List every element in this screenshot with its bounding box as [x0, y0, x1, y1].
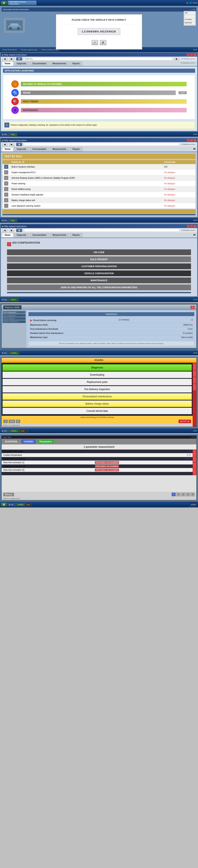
num-btn-5[interactable]: 5 [191, 493, 195, 496]
win-close-2[interactable]: ✕ [194, 53, 196, 56]
taskbar5-item2[interactable]: Planet... [10, 298, 18, 301]
launch-bar-repair[interactable]: REPAIR [21, 91, 176, 95]
param-right-btn-4[interactable] [193, 469, 196, 474]
tab-home[interactable]: Home [2, 62, 13, 66]
param-right-btn-2[interactable] [193, 457, 196, 462]
diag-right-btn-2[interactable] [193, 370, 196, 377]
num-btn-3[interactable]: 3 [181, 493, 185, 496]
taskbar7-item2[interactable]: KSARA... [10, 429, 19, 432]
sidebar-item-ds3[interactable]: DS3 configuration [2, 311, 26, 314]
table-row[interactable]: E Engine management ECU No dialogue [2, 169, 196, 175]
diag-item-consult[interactable]: Consult stored data [2, 408, 192, 414]
win-maximize-4[interactable]: □ [190, 225, 193, 228]
diag-item-battery[interactable]: Battery charge status [2, 400, 192, 407]
tab-documentation[interactable]: Documentation [30, 62, 49, 66]
tab3-home[interactable]: Home [2, 147, 13, 151]
back-btn-3[interactable]: ◀ [2, 143, 7, 146]
bottom-task-1[interactable]: ⊞ Info... [8, 503, 16, 506]
diag-item-predelivery[interactable]: Pre-Delivery Inspection [2, 386, 192, 393]
sidebar-item-bsi[interactable]: BSI configuration [2, 314, 26, 317]
checkmark-btn[interactable]: √ [3, 420, 8, 423]
memory-button[interactable]: Memory [3, 493, 14, 496]
address-bar-3[interactable] [24, 143, 180, 146]
tab4-documentation[interactable]: Documentation [30, 233, 49, 237]
taskbar2-item1[interactable]: Citroen DS3 (all) (F) [1, 48, 18, 51]
tab3-documentation[interactable]: Documentation [30, 147, 49, 151]
table-row[interactable]: L Lane departure warning system No dialo… [2, 203, 196, 209]
param-right-btn-3[interactable] [193, 463, 196, 468]
taskbar6-item1[interactable]: ⊞ Info... [1, 351, 9, 354]
tab-scantool[interactable]: SCANTOOL [2, 439, 21, 444]
taskbar3-item2[interactable]: Diag... [10, 133, 17, 136]
forward-btn-2[interactable]: ▶ [9, 57, 14, 61]
back-btn-4[interactable]: ◀ [2, 228, 7, 232]
zero-btn[interactable]: 0 [16, 420, 21, 423]
v0-btn[interactable]: V 0 [9, 420, 15, 423]
address-bar-4[interactable] [24, 229, 180, 232]
tab4-diagnostic[interactable]: Diagnostic [14, 233, 29, 237]
win-maximize-2[interactable]: □ [190, 53, 193, 56]
table-row[interactable]: D Diesel additive pump No dialogue [2, 186, 196, 192]
go-btn-2[interactable]: ▶ [174, 57, 180, 61]
win-maximize-3[interactable]: □ [190, 139, 193, 142]
num-btn-1[interactable]: 1 [171, 493, 176, 496]
vin-cancel-button[interactable]: ✗ [100, 40, 106, 45]
table-row[interactable]: B Battery charge status unit No dialogue [2, 197, 196, 203]
diag-item-diagnosis[interactable]: Diagnosis [2, 364, 192, 371]
address-bar-2[interactable] [24, 57, 172, 60]
taskbar3-item1[interactable]: ⊞ Info... [1, 133, 9, 136]
diag-item-personalised[interactable]: Personalised maintenance [2, 393, 192, 400]
win-close-3[interactable]: ✕ [194, 139, 196, 142]
tab4-reports[interactable]: Reports [70, 233, 82, 237]
num-btn-4[interactable]: 4 [186, 493, 190, 496]
start-button[interactable]: ⊞ [1, 1, 7, 5]
exit-button[interactable]: ⊠ EXIT ⊠ [179, 420, 191, 423]
forward-btn-3[interactable]: ▶ [9, 143, 14, 146]
diag-item-replacement[interactable]: Replacement parts [2, 379, 192, 385]
taskbar7-item1[interactable]: ⊞ Info... [1, 429, 9, 432]
vin-ok-button[interactable]: ✓ [92, 40, 98, 45]
bsi-btn-maintenance[interactable]: MAINTENANCE [7, 278, 191, 283]
win-minimize-2[interactable]: _ [187, 53, 190, 56]
tab4-measurements[interactable]: Measurements [50, 233, 69, 237]
bottom-task-3[interactable]: Scan [25, 503, 31, 506]
diag-right-btn-4[interactable] [193, 384, 196, 390]
param-right-btn-1[interactable] [193, 450, 196, 456]
home-btn-2[interactable]: 🏠 [16, 57, 22, 61]
tab4-home[interactable]: Home [2, 233, 13, 237]
win-minimize-3[interactable]: _ [187, 139, 190, 142]
bsi-btn-vehicle[interactable]: VEHICLE CONFIGURATION [7, 271, 191, 276]
bsi-btn-eula[interactable]: EULA PRESENT [7, 256, 191, 262]
tab3-diagnostic[interactable]: Diagnostic [14, 147, 29, 151]
launch-bar-maint[interactable]: MAINTENANCE [21, 108, 187, 113]
tab-parameters[interactable]: Parameters [37, 439, 54, 444]
launch-bar-fault[interactable]: FAULT FINDING [21, 99, 187, 104]
num-btn-2[interactable]: 2 [176, 493, 181, 496]
table-row[interactable]: P Power steering No dialogue [2, 181, 196, 186]
table-row[interactable]: B Built-in Systems Interface BSI [2, 164, 196, 169]
diag-right-btn-3[interactable] [193, 377, 196, 383]
table-row[interactable]: H Dynamic headlamp height adjuster No di… [2, 192, 196, 197]
tab3-measurements[interactable]: Measurements [50, 147, 69, 151]
bottom-task-2[interactable]: KSARA [16, 503, 25, 506]
forward-btn-4[interactable]: ▶ [9, 228, 14, 232]
tab-diagnostic[interactable]: Diagnostic [14, 62, 29, 66]
table-row[interactable]: A Anti-lock Braking System (ABS) or Elec… [2, 175, 196, 181]
sidebar-item-engine[interactable]: Engine management [2, 320, 26, 323]
bsi-btn-vin[interactable]: VIN CODE [7, 249, 191, 255]
tab-measurements[interactable]: Measurements [50, 62, 69, 66]
diag-right-btn-1[interactable] [193, 364, 196, 370]
sidebar-item-built[interactable]: Built-in systems [2, 317, 26, 320]
tab-reports[interactable]: Reports [70, 62, 82, 66]
tab3-reports[interactable]: Reports [70, 147, 82, 151]
taskbar5-item1[interactable]: ⊞ Info... [1, 298, 9, 301]
taskbar6-item2[interactable]: KSARA... [10, 351, 19, 354]
start-button-bottom[interactable]: ⊞ [1, 503, 7, 507]
home-btn-3[interactable]: 🏠 [16, 143, 22, 146]
planet-close[interactable]: ✕ [191, 306, 195, 309]
taskbar7-item3[interactable]: Scan... [19, 429, 27, 432]
tab-ucedbo[interactable]: UCEDBO [21, 439, 36, 444]
win-minimize-4[interactable]: _ [187, 225, 190, 228]
back-btn-2[interactable]: ◀ [2, 57, 7, 61]
taskbar-item-main[interactable]: Information-Service-Instructions [8, 1, 37, 5]
